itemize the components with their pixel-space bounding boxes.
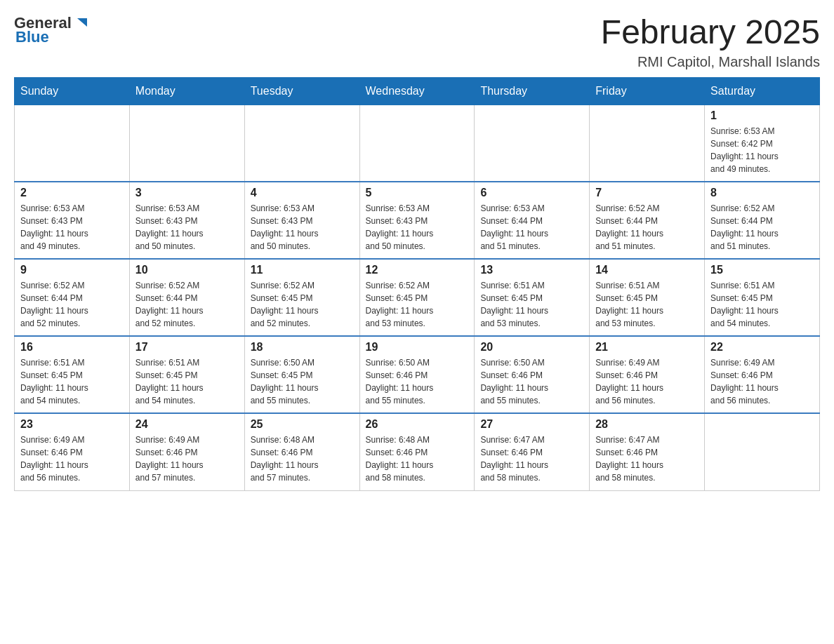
day-info: Sunrise: 6:50 AM Sunset: 6:45 PM Dayligh…	[251, 356, 354, 407]
day-info: Sunrise: 6:47 AM Sunset: 6:46 PM Dayligh…	[595, 434, 699, 484]
calendar-cell: 15Sunrise: 6:51 AM Sunset: 6:45 PM Dayli…	[705, 259, 820, 336]
day-number: 1	[710, 109, 814, 122]
calendar-week-row: 16Sunrise: 6:51 AM Sunset: 6:45 PM Dayli…	[15, 336, 820, 413]
calendar-day-header: Friday	[590, 77, 705, 105]
calendar-cell	[359, 105, 475, 182]
day-number: 5	[366, 187, 469, 199]
day-number: 11	[251, 264, 354, 276]
calendar-table: SundayMondayTuesdayWednesdayThursdayFrid…	[14, 77, 820, 491]
calendar-cell	[15, 105, 130, 182]
day-info: Sunrise: 6:53 AM Sunset: 6:44 PM Dayligh…	[480, 202, 583, 253]
day-number: 20	[480, 341, 583, 354]
calendar-cell: 27Sunrise: 6:47 AM Sunset: 6:46 PM Dayli…	[475, 413, 590, 490]
calendar-cell: 7Sunrise: 6:52 AM Sunset: 6:44 PM Daylig…	[590, 182, 705, 259]
day-number: 7	[595, 187, 699, 199]
day-info: Sunrise: 6:53 AM Sunset: 6:43 PM Dayligh…	[20, 202, 124, 253]
day-info: Sunrise: 6:52 AM Sunset: 6:44 PM Dayligh…	[595, 202, 699, 253]
day-number: 8	[710, 187, 814, 199]
calendar-cell: 10Sunrise: 6:52 AM Sunset: 6:44 PM Dayli…	[129, 259, 244, 336]
day-info: Sunrise: 6:51 AM Sunset: 6:45 PM Dayligh…	[480, 279, 583, 330]
day-number: 13	[480, 264, 583, 276]
logo-blue: Blue	[15, 28, 49, 46]
calendar-cell	[475, 105, 590, 182]
calendar-day-header: Tuesday	[244, 77, 359, 105]
calendar-cell: 9Sunrise: 6:52 AM Sunset: 6:44 PM Daylig…	[15, 259, 130, 336]
page-header: General Blue February 2025 RMI Capitol, …	[14, 14, 820, 70]
day-info: Sunrise: 6:53 AM Sunset: 6:43 PM Dayligh…	[251, 202, 354, 253]
calendar-cell: 8Sunrise: 6:52 AM Sunset: 6:44 PM Daylig…	[705, 182, 820, 259]
day-info: Sunrise: 6:52 AM Sunset: 6:45 PM Dayligh…	[251, 279, 354, 330]
day-number: 3	[135, 187, 239, 199]
calendar-subtitle: RMI Capitol, Marshall Islands	[601, 54, 820, 70]
calendar-cell: 20Sunrise: 6:50 AM Sunset: 6:46 PM Dayli…	[475, 336, 590, 413]
day-info: Sunrise: 6:50 AM Sunset: 6:46 PM Dayligh…	[480, 356, 583, 407]
calendar-cell: 21Sunrise: 6:49 AM Sunset: 6:46 PM Dayli…	[590, 336, 705, 413]
calendar-cell: 24Sunrise: 6:49 AM Sunset: 6:46 PM Dayli…	[129, 413, 244, 490]
day-number: 6	[480, 187, 583, 199]
day-number: 18	[251, 341, 354, 354]
calendar-day-header: Wednesday	[359, 77, 475, 105]
day-info: Sunrise: 6:53 AM Sunset: 6:43 PM Dayligh…	[135, 202, 239, 253]
logo: General Blue	[14, 14, 91, 46]
calendar-cell	[705, 413, 820, 490]
day-info: Sunrise: 6:53 AM Sunset: 6:43 PM Dayligh…	[366, 202, 469, 253]
calendar-cell: 12Sunrise: 6:52 AM Sunset: 6:45 PM Dayli…	[359, 259, 475, 336]
day-number: 22	[710, 341, 814, 354]
calendar-day-header: Sunday	[15, 77, 130, 105]
day-number: 15	[710, 264, 814, 276]
day-info: Sunrise: 6:49 AM Sunset: 6:46 PM Dayligh…	[595, 356, 699, 407]
day-info: Sunrise: 6:53 AM Sunset: 6:42 PM Dayligh…	[710, 125, 814, 175]
day-info: Sunrise: 6:51 AM Sunset: 6:45 PM Dayligh…	[710, 279, 814, 330]
day-number: 24	[135, 418, 239, 431]
calendar-cell: 11Sunrise: 6:52 AM Sunset: 6:45 PM Dayli…	[244, 259, 359, 336]
day-number: 25	[251, 418, 354, 431]
calendar-week-row: 9Sunrise: 6:52 AM Sunset: 6:44 PM Daylig…	[15, 259, 820, 336]
calendar-cell: 26Sunrise: 6:48 AM Sunset: 6:46 PM Dayli…	[359, 413, 475, 490]
calendar-cell: 1Sunrise: 6:53 AM Sunset: 6:42 PM Daylig…	[705, 105, 820, 182]
day-info: Sunrise: 6:52 AM Sunset: 6:44 PM Dayligh…	[710, 202, 814, 253]
day-number: 23	[20, 418, 124, 431]
day-info: Sunrise: 6:49 AM Sunset: 6:46 PM Dayligh…	[135, 434, 239, 484]
title-block: February 2025 RMI Capitol, Marshall Isla…	[601, 14, 820, 70]
calendar-day-header: Thursday	[475, 77, 590, 105]
day-info: Sunrise: 6:52 AM Sunset: 6:44 PM Dayligh…	[135, 279, 239, 330]
calendar-cell: 2Sunrise: 6:53 AM Sunset: 6:43 PM Daylig…	[15, 182, 130, 259]
calendar-header-row: SundayMondayTuesdayWednesdayThursdayFrid…	[15, 77, 820, 105]
day-number: 14	[595, 264, 699, 276]
day-info: Sunrise: 6:51 AM Sunset: 6:45 PM Dayligh…	[595, 279, 699, 330]
calendar-week-row: 23Sunrise: 6:49 AM Sunset: 6:46 PM Dayli…	[15, 413, 820, 490]
calendar-cell	[129, 105, 244, 182]
day-number: 26	[366, 418, 469, 431]
day-info: Sunrise: 6:52 AM Sunset: 6:45 PM Dayligh…	[366, 279, 469, 330]
calendar-cell: 22Sunrise: 6:49 AM Sunset: 6:46 PM Dayli…	[705, 336, 820, 413]
day-number: 17	[135, 341, 239, 354]
day-number: 4	[251, 187, 354, 199]
day-info: Sunrise: 6:50 AM Sunset: 6:46 PM Dayligh…	[366, 356, 469, 407]
calendar-cell: 19Sunrise: 6:50 AM Sunset: 6:46 PM Dayli…	[359, 336, 475, 413]
calendar-cell: 18Sunrise: 6:50 AM Sunset: 6:45 PM Dayli…	[244, 336, 359, 413]
calendar-cell: 28Sunrise: 6:47 AM Sunset: 6:46 PM Dayli…	[590, 413, 705, 490]
calendar-week-row: 2Sunrise: 6:53 AM Sunset: 6:43 PM Daylig…	[15, 182, 820, 259]
day-info: Sunrise: 6:52 AM Sunset: 6:44 PM Dayligh…	[20, 279, 124, 330]
calendar-cell: 17Sunrise: 6:51 AM Sunset: 6:45 PM Dayli…	[129, 336, 244, 413]
day-number: 12	[366, 264, 469, 276]
day-info: Sunrise: 6:48 AM Sunset: 6:46 PM Dayligh…	[251, 434, 354, 484]
calendar-cell: 14Sunrise: 6:51 AM Sunset: 6:45 PM Dayli…	[590, 259, 705, 336]
svg-marker-0	[77, 18, 87, 27]
calendar-cell	[244, 105, 359, 182]
day-info: Sunrise: 6:49 AM Sunset: 6:46 PM Dayligh…	[20, 434, 124, 484]
calendar-cell: 23Sunrise: 6:49 AM Sunset: 6:46 PM Dayli…	[15, 413, 130, 490]
calendar-cell: 4Sunrise: 6:53 AM Sunset: 6:43 PM Daylig…	[244, 182, 359, 259]
day-info: Sunrise: 6:51 AM Sunset: 6:45 PM Dayligh…	[20, 356, 124, 407]
day-number: 16	[20, 341, 124, 354]
day-number: 9	[20, 264, 124, 276]
calendar-cell: 3Sunrise: 6:53 AM Sunset: 6:43 PM Daylig…	[129, 182, 244, 259]
calendar-week-row: 1Sunrise: 6:53 AM Sunset: 6:42 PM Daylig…	[15, 105, 820, 182]
day-info: Sunrise: 6:49 AM Sunset: 6:46 PM Dayligh…	[710, 356, 814, 407]
calendar-cell	[590, 105, 705, 182]
logo-icon	[73, 14, 91, 32]
day-info: Sunrise: 6:48 AM Sunset: 6:46 PM Dayligh…	[366, 434, 469, 484]
day-info: Sunrise: 6:51 AM Sunset: 6:45 PM Dayligh…	[135, 356, 239, 407]
calendar-cell: 5Sunrise: 6:53 AM Sunset: 6:43 PM Daylig…	[359, 182, 475, 259]
day-info: Sunrise: 6:47 AM Sunset: 6:46 PM Dayligh…	[480, 434, 583, 484]
